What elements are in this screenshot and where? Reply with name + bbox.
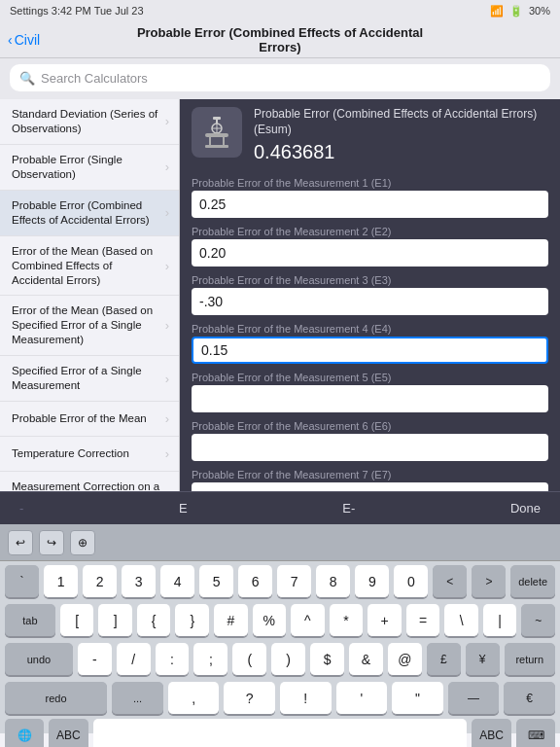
- sidebar-item-3[interactable]: Error of the Mean (Based on Combined Eff…: [0, 236, 179, 297]
- abc-right-key[interactable]: ABC: [472, 719, 511, 747]
- sidebar-item-label-7: Temperature Correction: [12, 446, 161, 461]
- key-minus[interactable]: -: [78, 643, 112, 676]
- field-input-0[interactable]: 0.25: [192, 191, 548, 218]
- key-dash[interactable]: —: [448, 682, 500, 715]
- key-euro[interactable]: €: [504, 682, 555, 715]
- sidebar-item-4[interactable]: Error of the Mean (Based on Specified Er…: [0, 296, 179, 356]
- key-gt[interactable]: >: [472, 565, 506, 598]
- minus-button[interactable]: -: [12, 497, 31, 519]
- key-lt[interactable]: <: [433, 565, 467, 598]
- page-title: Probable Error (Combined Effects of Acci…: [115, 25, 445, 54]
- key-tilde[interactable]: ~: [521, 604, 555, 637]
- eminus-button[interactable]: E-: [334, 497, 363, 519]
- e-button[interactable]: E: [171, 497, 195, 519]
- wifi-icon: 📶: [490, 5, 504, 18]
- field-group-2: Probable Error of the Measurement 3 (E3)…: [192, 268, 548, 315]
- key-hash[interactable]: #: [214, 604, 248, 637]
- key-pipe[interactable]: |: [483, 604, 517, 637]
- key-apostrophe[interactable]: ': [336, 682, 388, 715]
- key-quote[interactable]: ": [392, 682, 443, 715]
- key-slash[interactable]: /: [117, 643, 151, 676]
- field-input-2[interactable]: -.30: [192, 288, 548, 315]
- key-pound[interactable]: £: [427, 643, 461, 676]
- field-input-6[interactable]: [192, 482, 548, 491]
- key-at[interactable]: @: [388, 643, 422, 676]
- key-7[interactable]: 7: [277, 565, 311, 598]
- back-button[interactable]: ‹ Civil: [8, 32, 40, 48]
- sidebar-item-6[interactable]: Probable Error of the Mean›: [0, 402, 179, 437]
- undo-icon-btn[interactable]: ↩: [8, 530, 33, 555]
- key-6[interactable]: 6: [238, 565, 272, 598]
- key-lparen[interactable]: (: [232, 643, 266, 676]
- sidebar-item-label-3: Error of the Mean (Based on Combined Eff…: [12, 244, 161, 288]
- field-input-5[interactable]: [192, 434, 548, 461]
- key-5[interactable]: 5: [199, 565, 233, 598]
- search-input[interactable]: 🔍 Search Calculators: [10, 64, 550, 91]
- sidebar-item-label-1: Probable Error (Single Observation): [12, 153, 161, 182]
- search-placeholder: Search Calculators: [41, 71, 148, 86]
- sidebar-chevron-4: ›: [165, 318, 169, 333]
- sidebar-item-label-0: Standard Deviation (Series of Observatio…: [12, 107, 161, 136]
- sidebar: Standard Deviation (Series of Observatio…: [0, 99, 180, 491]
- space-key[interactable]: [93, 719, 468, 747]
- redo-icon-btn[interactable]: ↪: [39, 530, 64, 555]
- key-exclaim[interactable]: !: [280, 682, 332, 715]
- chevron-left-icon: ‹: [8, 32, 13, 48]
- key-colon[interactable]: :: [156, 643, 190, 676]
- key-backslash[interactable]: \: [444, 604, 478, 637]
- sidebar-item-2[interactable]: Probable Error (Combined Effects of Acci…: [0, 191, 179, 236]
- key-1[interactable]: 1: [44, 565, 78, 598]
- key-rbrace[interactable]: }: [175, 604, 209, 637]
- key-equals[interactable]: =: [406, 604, 440, 637]
- status-bar: Settings 3:42 PM Tue Jul 23 📶 🔋 30%: [0, 0, 560, 21]
- key-0[interactable]: 0: [394, 565, 428, 598]
- key-3[interactable]: 3: [122, 565, 156, 598]
- key-yen[interactable]: ¥: [466, 643, 500, 676]
- sidebar-chevron-3: ›: [165, 259, 169, 273]
- key-comma[interactable]: ,: [168, 682, 220, 715]
- field-input-4[interactable]: [192, 385, 548, 412]
- delete-key[interactable]: delete: [510, 565, 555, 598]
- field-label-1: Probable Error of the Measurement 2 (E2): [192, 220, 548, 237]
- key-star[interactable]: *: [330, 604, 364, 637]
- key-amp[interactable]: &: [349, 643, 383, 676]
- redo-key[interactable]: redo: [5, 682, 107, 715]
- field-input-1[interactable]: 0.20: [192, 239, 548, 267]
- copy-icon-btn[interactable]: ⊕: [70, 530, 95, 555]
- key-ellipsis[interactable]: ...: [112, 682, 163, 715]
- key-backtick[interactable]: `: [5, 565, 39, 598]
- key-lbracket[interactable]: [: [60, 604, 94, 637]
- field-group-3: Probable Error of the Measurement 4 (E4)…: [192, 317, 548, 364]
- key-9[interactable]: 9: [355, 565, 389, 598]
- key-8[interactable]: 8: [316, 565, 350, 598]
- key-caret[interactable]: ^: [291, 604, 325, 637]
- key-rparen[interactable]: ): [271, 643, 305, 676]
- keyboard-area: ↩ ↪ ⊕ ` 1 2 3 4 5 6 7 8 9 0 < > delete t…: [0, 524, 560, 733]
- key-semicolon[interactable]: ;: [193, 643, 228, 676]
- done-button[interactable]: Done: [503, 497, 548, 519]
- abc-left-key[interactable]: ABC: [49, 719, 88, 747]
- key-rbracket[interactable]: ]: [98, 604, 132, 637]
- return-key[interactable]: return: [505, 643, 555, 676]
- globe-key[interactable]: 🌐: [5, 719, 44, 747]
- sidebar-item-5[interactable]: Specified Error of a Single Measurement›: [0, 356, 179, 402]
- key-lbrace[interactable]: {: [137, 604, 171, 637]
- key-plus[interactable]: +: [368, 604, 402, 637]
- sidebar-item-7[interactable]: Temperature Correction›: [0, 437, 179, 472]
- sidebar-item-8[interactable]: Measurement Correction on a Slope›: [0, 472, 179, 491]
- sidebar-item-1[interactable]: Probable Error (Single Observation)›: [0, 145, 179, 191]
- key-4[interactable]: 4: [160, 565, 194, 598]
- result-header: Probable Error (Combined Effects of Acci…: [180, 99, 560, 171]
- undo-key[interactable]: undo: [5, 643, 73, 676]
- key-percent[interactable]: %: [253, 604, 287, 637]
- key-question[interactable]: ?: [224, 682, 275, 715]
- tab-key[interactable]: tab: [5, 604, 55, 637]
- keyboard-row-2: tab [ ] { } # % ^ * + = \ | ~: [0, 600, 560, 639]
- keyboard-row-3: undo - / : ; ( ) $ & @ £ ¥ return: [0, 639, 560, 678]
- field-label-0: Probable Error of the Measurement 1 (E1): [192, 171, 548, 189]
- sidebar-item-0[interactable]: Standard Deviation (Series of Observatio…: [0, 99, 179, 145]
- field-input-3[interactable]: 0.15: [192, 337, 548, 364]
- key-2[interactable]: 2: [83, 565, 117, 598]
- keyboard-dismiss-key[interactable]: ⌨: [516, 719, 555, 747]
- key-dollar[interactable]: $: [310, 643, 344, 676]
